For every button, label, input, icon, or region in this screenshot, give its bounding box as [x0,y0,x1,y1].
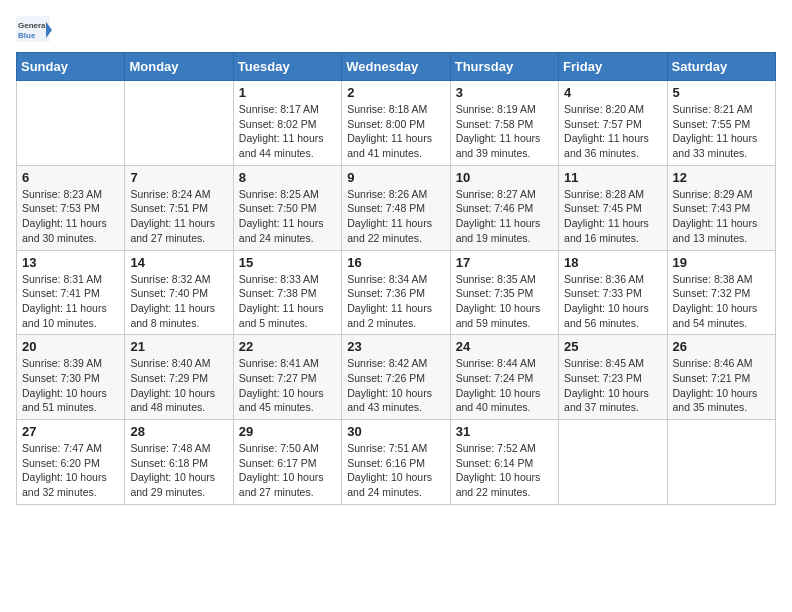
week-row-4: 20Sunrise: 8:39 AM Sunset: 7:30 PM Dayli… [17,335,776,420]
calendar-cell: 1Sunrise: 8:17 AM Sunset: 8:02 PM Daylig… [233,81,341,166]
day-info: Sunrise: 8:35 AM Sunset: 7:35 PM Dayligh… [456,272,553,331]
day-info: Sunrise: 8:20 AM Sunset: 7:57 PM Dayligh… [564,102,661,161]
day-header-tuesday: Tuesday [233,53,341,81]
calendar-cell: 17Sunrise: 8:35 AM Sunset: 7:35 PM Dayli… [450,250,558,335]
logo: General Blue [16,16,52,44]
calendar-cell [17,81,125,166]
day-info: Sunrise: 8:41 AM Sunset: 7:27 PM Dayligh… [239,356,336,415]
day-header-friday: Friday [559,53,667,81]
day-number: 24 [456,339,553,354]
week-row-1: 1Sunrise: 8:17 AM Sunset: 8:02 PM Daylig… [17,81,776,166]
calendar-cell: 24Sunrise: 8:44 AM Sunset: 7:24 PM Dayli… [450,335,558,420]
day-number: 30 [347,424,444,439]
day-number: 11 [564,170,661,185]
day-number: 9 [347,170,444,185]
day-number: 20 [22,339,119,354]
day-number: 23 [347,339,444,354]
calendar-cell: 28Sunrise: 7:48 AM Sunset: 6:18 PM Dayli… [125,420,233,505]
day-info: Sunrise: 8:46 AM Sunset: 7:21 PM Dayligh… [673,356,770,415]
day-info: Sunrise: 8:39 AM Sunset: 7:30 PM Dayligh… [22,356,119,415]
day-number: 10 [456,170,553,185]
calendar-cell: 22Sunrise: 8:41 AM Sunset: 7:27 PM Dayli… [233,335,341,420]
day-info: Sunrise: 8:40 AM Sunset: 7:29 PM Dayligh… [130,356,227,415]
day-number: 2 [347,85,444,100]
day-info: Sunrise: 7:51 AM Sunset: 6:16 PM Dayligh… [347,441,444,500]
day-info: Sunrise: 8:29 AM Sunset: 7:43 PM Dayligh… [673,187,770,246]
calendar-cell: 13Sunrise: 8:31 AM Sunset: 7:41 PM Dayli… [17,250,125,335]
calendar-cell: 18Sunrise: 8:36 AM Sunset: 7:33 PM Dayli… [559,250,667,335]
day-info: Sunrise: 8:36 AM Sunset: 7:33 PM Dayligh… [564,272,661,331]
day-number: 14 [130,255,227,270]
calendar-cell: 23Sunrise: 8:42 AM Sunset: 7:26 PM Dayli… [342,335,450,420]
logo-icon: General Blue [16,16,52,44]
day-number: 5 [673,85,770,100]
calendar-cell [667,420,775,505]
day-header-monday: Monday [125,53,233,81]
calendar-cell: 3Sunrise: 8:19 AM Sunset: 7:58 PM Daylig… [450,81,558,166]
day-info: Sunrise: 8:27 AM Sunset: 7:46 PM Dayligh… [456,187,553,246]
day-info: Sunrise: 8:19 AM Sunset: 7:58 PM Dayligh… [456,102,553,161]
day-number: 17 [456,255,553,270]
day-number: 19 [673,255,770,270]
days-header-row: SundayMondayTuesdayWednesdayThursdayFrid… [17,53,776,81]
calendar-cell: 6Sunrise: 8:23 AM Sunset: 7:53 PM Daylig… [17,165,125,250]
day-info: Sunrise: 8:32 AM Sunset: 7:40 PM Dayligh… [130,272,227,331]
calendar-cell [559,420,667,505]
day-info: Sunrise: 8:17 AM Sunset: 8:02 PM Dayligh… [239,102,336,161]
calendar-cell: 27Sunrise: 7:47 AM Sunset: 6:20 PM Dayli… [17,420,125,505]
day-info: Sunrise: 8:42 AM Sunset: 7:26 PM Dayligh… [347,356,444,415]
day-number: 25 [564,339,661,354]
day-info: Sunrise: 8:26 AM Sunset: 7:48 PM Dayligh… [347,187,444,246]
day-number: 7 [130,170,227,185]
day-number: 1 [239,85,336,100]
day-number: 21 [130,339,227,354]
week-row-2: 6Sunrise: 8:23 AM Sunset: 7:53 PM Daylig… [17,165,776,250]
day-info: Sunrise: 7:52 AM Sunset: 6:14 PM Dayligh… [456,441,553,500]
calendar-cell: 16Sunrise: 8:34 AM Sunset: 7:36 PM Dayli… [342,250,450,335]
day-number: 18 [564,255,661,270]
calendar-cell: 30Sunrise: 7:51 AM Sunset: 6:16 PM Dayli… [342,420,450,505]
week-row-3: 13Sunrise: 8:31 AM Sunset: 7:41 PM Dayli… [17,250,776,335]
day-number: 4 [564,85,661,100]
day-number: 22 [239,339,336,354]
day-info: Sunrise: 8:21 AM Sunset: 7:55 PM Dayligh… [673,102,770,161]
calendar-cell: 21Sunrise: 8:40 AM Sunset: 7:29 PM Dayli… [125,335,233,420]
calendar-cell: 25Sunrise: 8:45 AM Sunset: 7:23 PM Dayli… [559,335,667,420]
svg-text:Blue: Blue [18,31,36,40]
calendar-cell: 11Sunrise: 8:28 AM Sunset: 7:45 PM Dayli… [559,165,667,250]
day-info: Sunrise: 8:44 AM Sunset: 7:24 PM Dayligh… [456,356,553,415]
calendar-table: SundayMondayTuesdayWednesdayThursdayFrid… [16,52,776,505]
day-header-thursday: Thursday [450,53,558,81]
day-header-sunday: Sunday [17,53,125,81]
calendar-cell: 31Sunrise: 7:52 AM Sunset: 6:14 PM Dayli… [450,420,558,505]
day-info: Sunrise: 8:34 AM Sunset: 7:36 PM Dayligh… [347,272,444,331]
calendar-cell: 9Sunrise: 8:26 AM Sunset: 7:48 PM Daylig… [342,165,450,250]
day-info: Sunrise: 7:48 AM Sunset: 6:18 PM Dayligh… [130,441,227,500]
day-number: 15 [239,255,336,270]
day-number: 12 [673,170,770,185]
day-info: Sunrise: 8:38 AM Sunset: 7:32 PM Dayligh… [673,272,770,331]
calendar-cell [125,81,233,166]
calendar-cell: 10Sunrise: 8:27 AM Sunset: 7:46 PM Dayli… [450,165,558,250]
day-info: Sunrise: 8:23 AM Sunset: 7:53 PM Dayligh… [22,187,119,246]
svg-text:General: General [18,21,48,30]
day-info: Sunrise: 7:50 AM Sunset: 6:17 PM Dayligh… [239,441,336,500]
day-number: 28 [130,424,227,439]
calendar-cell: 19Sunrise: 8:38 AM Sunset: 7:32 PM Dayli… [667,250,775,335]
day-info: Sunrise: 8:45 AM Sunset: 7:23 PM Dayligh… [564,356,661,415]
calendar-cell: 15Sunrise: 8:33 AM Sunset: 7:38 PM Dayli… [233,250,341,335]
calendar-cell: 20Sunrise: 8:39 AM Sunset: 7:30 PM Dayli… [17,335,125,420]
day-number: 26 [673,339,770,354]
day-number: 3 [456,85,553,100]
day-info: Sunrise: 8:25 AM Sunset: 7:50 PM Dayligh… [239,187,336,246]
calendar-cell: 4Sunrise: 8:20 AM Sunset: 7:57 PM Daylig… [559,81,667,166]
calendar-cell: 8Sunrise: 8:25 AM Sunset: 7:50 PM Daylig… [233,165,341,250]
day-header-saturday: Saturday [667,53,775,81]
day-number: 27 [22,424,119,439]
calendar-cell: 14Sunrise: 8:32 AM Sunset: 7:40 PM Dayli… [125,250,233,335]
calendar-cell: 12Sunrise: 8:29 AM Sunset: 7:43 PM Dayli… [667,165,775,250]
day-info: Sunrise: 8:18 AM Sunset: 8:00 PM Dayligh… [347,102,444,161]
day-info: Sunrise: 8:28 AM Sunset: 7:45 PM Dayligh… [564,187,661,246]
week-row-5: 27Sunrise: 7:47 AM Sunset: 6:20 PM Dayli… [17,420,776,505]
calendar-cell: 7Sunrise: 8:24 AM Sunset: 7:51 PM Daylig… [125,165,233,250]
